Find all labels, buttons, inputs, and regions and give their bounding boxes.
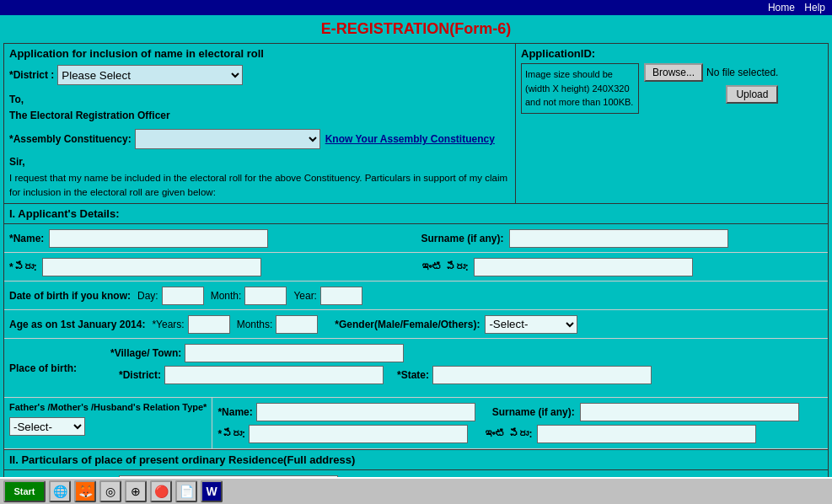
gender-label: *Gender(Male/Female/Others): — [335, 319, 480, 330]
name-col-right: Surname (if any): — [416, 226, 829, 251]
photo-area: Image size should be (width X height) 24… — [521, 63, 823, 114]
assembly-row: *Assembly Constituency: Know Your Assemb… — [9, 129, 510, 149]
dob-label: Date of birth if you know: — [9, 290, 131, 302]
taskbar-ie-icon[interactable]: 🌐 — [49, 480, 71, 502]
app-header-left: Application for inclusion of name in ele… — [4, 44, 516, 203]
age-gender-row: Age as on 1st January 2014: *Years: Mont… — [4, 310, 828, 339]
father-telugu-name-label: *పేరు: — [217, 428, 245, 440]
taskbar-cross-icon[interactable]: ⊕ — [125, 480, 147, 502]
father-name-row: *Name: Surname (if any): — [212, 401, 828, 423]
section1-form: *Name: Surname (if any): *పేరు: ఇంటి పేర… — [3, 224, 829, 450]
age-label: Age as on 1st January 2014: — [9, 319, 145, 330]
app-id-title: ApplicationID: — [521, 47, 823, 60]
app-title: Application for inclusion of name in ele… — [9, 47, 510, 60]
telugu-name-col-left: *పేరు: — [4, 255, 416, 280]
main-container: Application for inclusion of name in ele… — [0, 43, 832, 502]
father-relation-label: Father's /Mother's /Husband's Relation T… — [9, 401, 207, 414]
taskbar-circle-icon[interactable]: ◎ — [99, 480, 121, 502]
father-telugu-name-input[interactable] — [249, 425, 468, 443]
father-name-label: *Name: — [217, 406, 252, 418]
father-telugu-surname-input[interactable] — [537, 425, 756, 443]
village-sub: *Village/ Town: — [105, 342, 828, 364]
upload-button[interactable]: Upload — [726, 85, 778, 104]
photo-controls: Browse... No file selected. Upload — [644, 63, 778, 104]
no-file-text: No file selected. — [706, 67, 778, 78]
telugu-surname-input[interactable] — [474, 258, 693, 276]
district-row: *District : Please Select — [9, 65, 510, 85]
taskbar-ff-icon[interactable]: 🦊 — [74, 480, 96, 502]
taskbar: Start 🌐 🦊 ◎ ⊕ 🔴 📄 W — [0, 477, 832, 504]
age-months-input[interactable] — [276, 315, 318, 334]
name-label: *Name: — [9, 233, 44, 244]
age-months-label: Months: — [237, 319, 273, 330]
dob-day-input[interactable] — [162, 287, 204, 305]
taskbar-word-icon[interactable]: W — [201, 480, 223, 502]
father-surname-input[interactable] — [580, 403, 799, 421]
request-text: I request that my name be included in th… — [9, 171, 510, 201]
photo-info: Image size should be (width X height) 24… — [521, 63, 639, 114]
to-line: To, — [9, 92, 510, 108]
taskbar-start-btn[interactable]: Start — [3, 480, 46, 502]
village-input[interactable] — [185, 344, 404, 362]
father-surname-label: Surname (if any): — [492, 406, 575, 418]
app-header-row: Application for inclusion of name in ele… — [3, 43, 829, 204]
state-input[interactable] — [432, 366, 652, 384]
father-label-area: Father's /Mother's /Husband's Relation T… — [4, 398, 212, 448]
father-name-input[interactable] — [256, 403, 475, 421]
section2-header: II. Particulars of place of present ordi… — [3, 450, 829, 470]
sir-section: Sir, I request that my name be included … — [9, 154, 510, 200]
taskbar-doc-icon[interactable]: 📄 — [175, 480, 197, 502]
surname-label: Surname (if any): — [421, 233, 504, 244]
section1-header: I. Applicant's Details: — [3, 204, 829, 224]
telugu-name-label: *పేరు: — [9, 261, 37, 273]
birth-place-row: Place of birth: *Village/ Town: *Distric… — [4, 339, 828, 398]
assembly-link[interactable]: Know Your Assembly Constituency — [325, 133, 495, 145]
dob-year-input[interactable] — [320, 287, 362, 305]
home-link[interactable]: Home — [768, 2, 795, 13]
dob-month-input[interactable] — [244, 287, 287, 305]
birth-place-fields: *Village/ Town: *District: *State: — [105, 339, 828, 397]
surname-input[interactable] — [509, 229, 728, 248]
telugu-name-input[interactable] — [42, 258, 261, 276]
birth-district-label: *District: — [110, 369, 161, 381]
year-label: Year: — [293, 290, 317, 302]
telugu-surname-label: ఇంటి పేరు: — [421, 261, 469, 273]
dob-row: Date of birth if you know: Day: Month: Y… — [4, 281, 828, 310]
browse-button[interactable]: Browse... — [644, 63, 703, 82]
help-link[interactable]: Help — [804, 2, 825, 13]
birth-district-sub: *District: — [105, 364, 389, 386]
assembly-label: *Assembly Constituency: — [9, 133, 132, 145]
father-telugu-name-row: *పేరు: ఇంటి పేరు: — [212, 423, 828, 445]
name-input[interactable] — [49, 229, 268, 248]
age-years-input[interactable] — [188, 315, 230, 334]
sir-line: Sir, — [9, 154, 510, 170]
district-label: *District : — [9, 69, 54, 81]
to-section: To, The Electoral Registration Officer — [9, 92, 510, 124]
father-telugu-surname-label: ఇంటి పేరు: — [485, 428, 532, 440]
browse-row: Browse... No file selected. — [644, 63, 778, 82]
birth-place-label: Place of birth: — [4, 339, 105, 397]
village-label: *Village/ Town: — [110, 347, 181, 359]
name-row: *Name: Surname (if any): — [4, 224, 828, 253]
age-years-label: *Years: — [152, 319, 184, 330]
top-bar: Home Help — [0, 0, 832, 15]
relation-select[interactable]: -Select- Father Mother Husband — [9, 417, 85, 436]
taskbar-red-icon[interactable]: 🔴 — [150, 480, 172, 502]
assembly-select[interactable] — [135, 129, 320, 149]
state-label: *State: — [397, 369, 429, 381]
telugu-name-col-right: ఇంటి పేరు: — [416, 255, 829, 280]
app-header-right: ApplicationID: Image size should be (wid… — [516, 44, 828, 203]
day-label: Day: — [137, 290, 158, 302]
month-label: Month: — [211, 290, 242, 302]
gender-select[interactable]: -Select- Male Female Others — [485, 315, 577, 334]
father-row: Father's /Mother's /Husband's Relation T… — [4, 398, 828, 449]
birth-state-sub: *State: — [389, 364, 660, 386]
page-title: E-REGISTRATION(Form-6) — [0, 15, 832, 43]
district-state-row: *District: *State: — [105, 364, 828, 386]
officer-line: The Electoral Registration Officer — [9, 108, 510, 124]
district-select[interactable]: Please Select — [57, 65, 243, 85]
father-fields: *Name: Surname (if any): *పేరు: ఇంటి పేర… — [212, 398, 828, 448]
telugu-name-row: *పేరు: ఇంటి పేరు: — [4, 253, 828, 281]
birth-district-input[interactable] — [164, 366, 384, 384]
name-col-left: *Name: — [4, 226, 416, 251]
